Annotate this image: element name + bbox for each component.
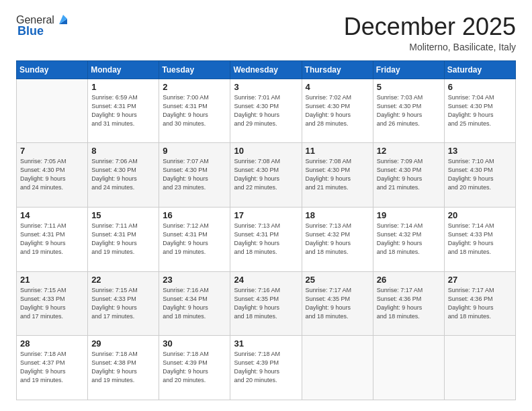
location: Moliterno, Basilicate, Italy: [344, 42, 516, 52]
day-number: 20: [448, 210, 512, 220]
day-number: 22: [91, 275, 155, 285]
table-row: 26Sunrise: 7:17 AM Sunset: 4:36 PM Dayli…: [373, 271, 444, 336]
table-row: 4Sunrise: 7:02 AM Sunset: 4:30 PM Daylig…: [302, 79, 373, 143]
day-number: 19: [377, 210, 441, 220]
day-number: 1: [91, 82, 155, 92]
title-block: December 2025 Moliterno, Basilicate, Ita…: [344, 13, 516, 52]
col-tuesday: Tuesday: [159, 60, 230, 79]
day-number: 6: [448, 82, 512, 92]
table-row: 19Sunrise: 7:14 AM Sunset: 4:32 PM Dayli…: [373, 207, 444, 271]
table-row: 20Sunrise: 7:14 AM Sunset: 4:33 PM Dayli…: [444, 207, 515, 271]
table-row: 22Sunrise: 7:15 AM Sunset: 4:33 PM Dayli…: [88, 271, 159, 336]
day-info: Sunrise: 7:18 AM Sunset: 4:39 PM Dayligh…: [234, 350, 298, 385]
table-row: 14Sunrise: 7:11 AM Sunset: 4:31 PM Dayli…: [17, 207, 88, 271]
table-row: 29Sunrise: 7:18 AM Sunset: 4:38 PM Dayli…: [88, 336, 159, 400]
page: General Blue December 2025 Moliterno, Ba…: [0, 0, 532, 411]
col-thursday: Thursday: [302, 60, 373, 79]
day-number: 27: [448, 275, 512, 285]
day-number: 11: [306, 146, 369, 156]
logo: General Blue: [16, 13, 70, 38]
day-info: Sunrise: 7:14 AM Sunset: 4:32 PM Dayligh…: [377, 222, 441, 257]
header: General Blue December 2025 Moliterno, Ba…: [16, 13, 516, 52]
day-info: Sunrise: 7:17 AM Sunset: 4:36 PM Dayligh…: [448, 286, 512, 321]
day-number: 3: [234, 82, 298, 92]
day-info: Sunrise: 7:17 AM Sunset: 4:36 PM Dayligh…: [377, 286, 441, 321]
table-row: 24Sunrise: 7:16 AM Sunset: 4:35 PM Dayli…: [230, 271, 302, 336]
table-row: [17, 79, 88, 143]
day-info: Sunrise: 7:13 AM Sunset: 4:31 PM Dayligh…: [234, 222, 298, 257]
day-info: Sunrise: 7:02 AM Sunset: 4:30 PM Dayligh…: [306, 93, 369, 128]
day-info: Sunrise: 7:16 AM Sunset: 4:34 PM Dayligh…: [163, 286, 226, 321]
calendar-week-row: 28Sunrise: 7:18 AM Sunset: 4:37 PM Dayli…: [17, 336, 516, 400]
day-number: 26: [377, 275, 441, 285]
day-number: 24: [234, 275, 298, 285]
calendar-week-row: 21Sunrise: 7:15 AM Sunset: 4:33 PM Dayli…: [17, 271, 516, 336]
table-row: 30Sunrise: 7:18 AM Sunset: 4:39 PM Dayli…: [159, 336, 230, 400]
col-sunday: Sunday: [17, 60, 88, 79]
day-number: 15: [91, 210, 155, 220]
day-info: Sunrise: 7:07 AM Sunset: 4:30 PM Dayligh…: [163, 157, 226, 192]
table-row: 16Sunrise: 7:12 AM Sunset: 4:31 PM Dayli…: [159, 207, 230, 271]
day-number: 9: [163, 146, 226, 156]
day-info: Sunrise: 7:16 AM Sunset: 4:35 PM Dayligh…: [234, 286, 298, 321]
calendar-table: Sunday Monday Tuesday Wednesday Thursday…: [16, 60, 516, 400]
day-number: 28: [20, 338, 84, 349]
day-info: Sunrise: 7:18 AM Sunset: 4:38 PM Dayligh…: [91, 350, 155, 385]
day-number: 13: [448, 146, 512, 156]
table-row: 21Sunrise: 7:15 AM Sunset: 4:33 PM Dayli…: [17, 271, 88, 336]
table-row: [444, 336, 515, 400]
day-info: Sunrise: 7:04 AM Sunset: 4:30 PM Dayligh…: [448, 93, 512, 128]
table-row: 7Sunrise: 7:05 AM Sunset: 4:30 PM Daylig…: [17, 143, 88, 208]
day-number: 10: [234, 146, 298, 156]
table-row: 13Sunrise: 7:10 AM Sunset: 4:30 PM Dayli…: [444, 143, 515, 208]
day-number: 21: [20, 275, 84, 285]
logo-icon: [56, 13, 70, 27]
table-row: 3Sunrise: 7:01 AM Sunset: 4:30 PM Daylig…: [230, 79, 302, 143]
col-monday: Monday: [88, 60, 159, 79]
logo-blue-text: Blue: [17, 24, 44, 38]
calendar-week-row: 14Sunrise: 7:11 AM Sunset: 4:31 PM Dayli…: [17, 207, 516, 271]
day-info: Sunrise: 7:00 AM Sunset: 4:31 PM Dayligh…: [163, 93, 226, 128]
day-info: Sunrise: 7:06 AM Sunset: 4:30 PM Dayligh…: [91, 157, 155, 192]
day-number: 4: [306, 82, 369, 92]
day-number: 5: [377, 82, 441, 92]
day-info: Sunrise: 7:13 AM Sunset: 4:32 PM Dayligh…: [306, 222, 369, 257]
table-row: 31Sunrise: 7:18 AM Sunset: 4:39 PM Dayli…: [230, 336, 302, 400]
day-number: 25: [306, 275, 369, 285]
day-number: 16: [163, 210, 226, 220]
table-row: 6Sunrise: 7:04 AM Sunset: 4:30 PM Daylig…: [444, 79, 515, 143]
day-info: Sunrise: 7:05 AM Sunset: 4:30 PM Dayligh…: [20, 157, 84, 192]
table-row: 17Sunrise: 7:13 AM Sunset: 4:31 PM Dayli…: [230, 207, 302, 271]
day-number: 18: [306, 210, 369, 220]
table-row: 5Sunrise: 7:03 AM Sunset: 4:30 PM Daylig…: [373, 79, 444, 143]
table-row: [373, 336, 444, 400]
table-row: 2Sunrise: 7:00 AM Sunset: 4:31 PM Daylig…: [159, 79, 230, 143]
col-saturday: Saturday: [444, 60, 515, 79]
table-row: 28Sunrise: 7:18 AM Sunset: 4:37 PM Dayli…: [17, 336, 88, 400]
table-row: 15Sunrise: 7:11 AM Sunset: 4:31 PM Dayli…: [88, 207, 159, 271]
day-info: Sunrise: 7:15 AM Sunset: 4:33 PM Dayligh…: [91, 286, 155, 321]
col-wednesday: Wednesday: [230, 60, 302, 79]
day-info: Sunrise: 7:11 AM Sunset: 4:31 PM Dayligh…: [91, 222, 155, 257]
day-info: Sunrise: 7:12 AM Sunset: 4:31 PM Dayligh…: [163, 222, 226, 257]
day-info: Sunrise: 7:10 AM Sunset: 4:30 PM Dayligh…: [448, 157, 512, 192]
col-friday: Friday: [373, 60, 444, 79]
table-row: 25Sunrise: 7:17 AM Sunset: 4:35 PM Dayli…: [302, 271, 373, 336]
day-number: 23: [163, 275, 226, 285]
table-row: 23Sunrise: 7:16 AM Sunset: 4:34 PM Dayli…: [159, 271, 230, 336]
table-row: [302, 336, 373, 400]
table-row: 27Sunrise: 7:17 AM Sunset: 4:36 PM Dayli…: [444, 271, 515, 336]
day-info: Sunrise: 7:08 AM Sunset: 4:30 PM Dayligh…: [234, 157, 298, 192]
day-info: Sunrise: 7:11 AM Sunset: 4:31 PM Dayligh…: [20, 222, 84, 257]
day-number: 7: [20, 146, 84, 156]
day-info: Sunrise: 7:09 AM Sunset: 4:30 PM Dayligh…: [377, 157, 441, 192]
day-info: Sunrise: 7:01 AM Sunset: 4:30 PM Dayligh…: [234, 93, 298, 128]
day-info: Sunrise: 7:17 AM Sunset: 4:35 PM Dayligh…: [306, 286, 369, 321]
day-number: 14: [20, 210, 84, 220]
day-info: Sunrise: 7:08 AM Sunset: 4:30 PM Dayligh…: [306, 157, 369, 192]
table-row: 10Sunrise: 7:08 AM Sunset: 4:30 PM Dayli…: [230, 143, 302, 208]
day-number: 29: [91, 338, 155, 349]
table-row: 1Sunrise: 6:59 AM Sunset: 4:31 PM Daylig…: [88, 79, 159, 143]
table-row: 18Sunrise: 7:13 AM Sunset: 4:32 PM Dayli…: [302, 207, 373, 271]
table-row: 11Sunrise: 7:08 AM Sunset: 4:30 PM Dayli…: [302, 143, 373, 208]
